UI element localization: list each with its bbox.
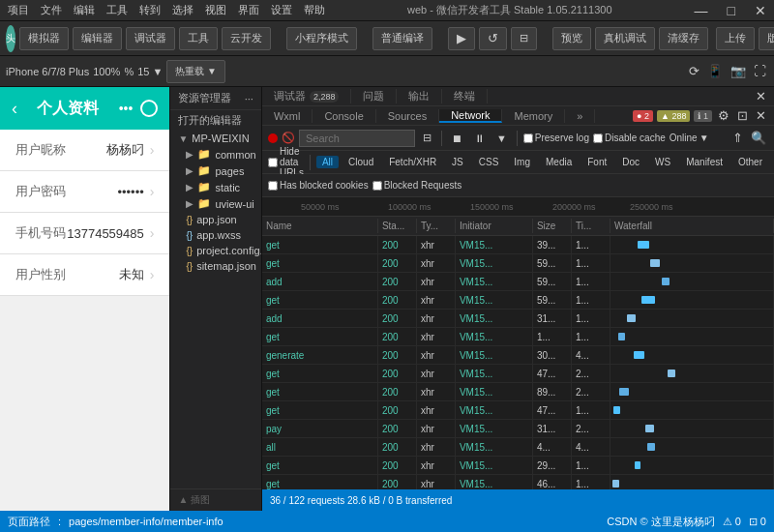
expand-icon[interactable]: ⛶ — [752, 62, 768, 80]
import-icon[interactable]: ⇑ — [730, 129, 745, 147]
filter-img[interactable]: Img — [508, 156, 536, 168]
pause-button[interactable]: ⏸ — [470, 131, 489, 146]
tree-item-sitemapjson[interactable]: {} sitemap.json — [170, 258, 260, 274]
table-row[interactable]: get 200 xhr VM15... 47... 1... — [262, 401, 774, 420]
table-row[interactable]: generate 200 xhr VM15... 30... 4... — [262, 346, 774, 365]
filter-media[interactable]: Media — [540, 156, 578, 168]
menu-goto[interactable]: 转到 — [139, 3, 161, 17]
table-row[interactable]: all 200 xhr VM15... 4... 4... — [262, 438, 774, 457]
network-filter-input[interactable] — [299, 130, 415, 147]
tab-wxml[interactable]: Wxml — [262, 109, 313, 123]
miniapp-mode-button[interactable]: 小程序模式 — [286, 27, 357, 50]
menu-help[interactable]: 帮助 — [304, 3, 325, 17]
record-toggle-button[interactable]: ⏹ — [448, 131, 466, 146]
menu-tools[interactable]: 工具 — [106, 3, 128, 17]
tab-issues[interactable]: 问题 — [351, 89, 397, 103]
table-row[interactable]: get 200 xhr VM15... 39... 1... — [262, 236, 774, 254]
tree-item-common[interactable]: ▶ 📁 common — [170, 146, 260, 163]
filter-toggle-button[interactable]: ⊟ — [419, 130, 435, 146]
funnel-icon[interactable]: ▼ — [492, 131, 511, 146]
debugger-button[interactable]: 调试器 — [126, 27, 175, 50]
qrcode-button[interactable]: ⊟ — [511, 27, 537, 50]
table-row[interactable]: get 200 xhr VM15... 47... 2... — [262, 365, 774, 383]
phone-row-username[interactable]: 用户昵称 杨杨叼 › — [0, 130, 169, 171]
back-button[interactable]: ‹ — [12, 99, 17, 119]
record-button[interactable] — [268, 133, 278, 143]
table-row[interactable]: get 200 xhr VM15... 89... 2... — [262, 383, 774, 401]
tree-item-projectjson[interactable]: {} project.config.json — [170, 243, 260, 258]
upload-button[interactable]: 上传 — [716, 27, 755, 50]
open-editors-section[interactable]: 打开的编辑器 — [170, 110, 260, 131]
filter-cloud[interactable]: Cloud — [342, 156, 379, 168]
screenshot-icon[interactable]: 📷 — [729, 62, 748, 80]
table-row[interactable]: get 200 xhr VM15... 59... 1... — [262, 291, 774, 310]
compile-mode-button[interactable]: 普通编译 — [372, 27, 432, 50]
simulator-button[interactable]: 模拟器 — [19, 27, 69, 50]
dock-icon[interactable]: ⊡ — [735, 106, 750, 125]
tab-console[interactable]: Console — [313, 109, 375, 123]
menu-interface[interactable]: 界面 — [238, 3, 259, 17]
menu-file[interactable]: 文件 — [41, 3, 62, 17]
menu-project[interactable]: 项目 — [8, 3, 29, 17]
rotate-icon[interactable]: ⟳ — [687, 62, 701, 80]
tab-network[interactable]: Network — [439, 109, 502, 123]
table-row[interactable]: add 200 xhr VM15... 31... 1... — [262, 310, 774, 328]
minimize-button[interactable]: — — [695, 3, 708, 18]
menu-select[interactable]: 选择 — [172, 3, 194, 17]
filter-font[interactable]: Font — [581, 156, 612, 168]
filter-ws[interactable]: WS — [649, 156, 676, 168]
preview-button[interactable]: 预览 — [552, 27, 591, 50]
tools-button[interactable]: 工具 — [179, 27, 218, 50]
circle-button[interactable] — [140, 100, 158, 117]
filter-fetchxhr[interactable]: Fetch/XHR — [383, 156, 442, 168]
filter-js[interactable]: JS — [446, 156, 469, 168]
close-devtools-icon[interactable]: ✕ — [754, 106, 768, 125]
phone-row-gender[interactable]: 用户性别 未知 › — [0, 254, 169, 296]
filter-all[interactable]: All — [316, 156, 339, 168]
tree-item-appjson[interactable]: {} app.json — [170, 212, 260, 227]
refresh-button[interactable]: ↺ — [479, 27, 507, 50]
maximize-button[interactable]: □ — [728, 3, 735, 18]
phone-row-password[interactable]: 用户密码 •••••• › — [0, 171, 169, 213]
filter-manifest[interactable]: Manifest — [680, 156, 729, 168]
tab-memory[interactable]: Memory — [502, 109, 565, 123]
menu-view[interactable]: 视图 — [205, 3, 226, 17]
tree-project-root[interactable]: ▼ MP-WEIXIN — [170, 131, 260, 146]
table-row[interactable]: pay 200 xhr VM15... 31... 2... — [262, 420, 774, 438]
blocked-cookies-checkbox[interactable]: Has blocked cookies — [268, 180, 369, 191]
compile-button[interactable]: ▶ — [448, 27, 475, 50]
tab-sources[interactable]: Sources — [376, 109, 439, 123]
menu-settings[interactable]: 设置 — [271, 3, 292, 17]
settings-devtools-icon[interactable]: ⚙ — [716, 106, 731, 125]
filter-other[interactable]: Other — [732, 156, 768, 168]
cloud-button[interactable]: 云开发 — [222, 27, 271, 50]
filetree-more-icon[interactable]: ··· — [245, 93, 253, 104]
tree-item-static[interactable]: ▶ 📁 static — [170, 179, 260, 195]
menu-edit[interactable]: 编辑 — [74, 3, 95, 17]
editor-button[interactable]: 编辑器 — [73, 27, 122, 50]
close-devtools-button[interactable]: ✕ — [754, 87, 768, 105]
filter-doc[interactable]: Doc — [616, 156, 645, 168]
version-button[interactable]: 版本管理 — [759, 27, 774, 50]
table-row[interactable]: get 200 xhr VM15... 1... 1... — [262, 328, 774, 346]
close-button[interactable]: ✕ — [755, 3, 766, 18]
tree-item-uview[interactable]: ▶ 📁 uview-ui — [170, 195, 260, 212]
phone-icon[interactable]: 📱 — [705, 62, 725, 80]
table-row[interactable]: get 200 xhr VM15... 29... 1... — [262, 457, 774, 475]
tab-terminal[interactable]: 终端 — [442, 89, 488, 103]
realdevice-button[interactable]: 真机调试 — [595, 27, 655, 50]
clearstore-button[interactable]: 清缓存 — [659, 27, 708, 50]
search-network-icon[interactable]: 🔍 — [749, 129, 768, 147]
tree-item-pages[interactable]: ▶ 📁 pages — [170, 163, 260, 179]
phone-row-phone[interactable]: 手机号码 13774559485 › — [0, 213, 169, 254]
table-row[interactable]: get 200 xhr VM15... 46... 1... — [262, 475, 774, 489]
table-row[interactable]: add 200 xhr VM15... 59... 1... — [262, 273, 774, 291]
tab-output[interactable]: 输出 — [397, 89, 442, 103]
online-dropdown[interactable]: Online ▼ — [670, 133, 709, 143]
filter-css[interactable]: CSS — [473, 156, 505, 168]
hotreload-button[interactable]: 热重载 ▼ — [166, 60, 225, 83]
tree-item-appwxss[interactable]: {} app.wxss — [170, 227, 260, 243]
preserve-log-checkbox[interactable]: Preserve log — [523, 133, 589, 143]
more-button[interactable]: ••• — [119, 101, 134, 116]
tab-debugger[interactable]: 调试器 2,288 — [262, 89, 352, 103]
